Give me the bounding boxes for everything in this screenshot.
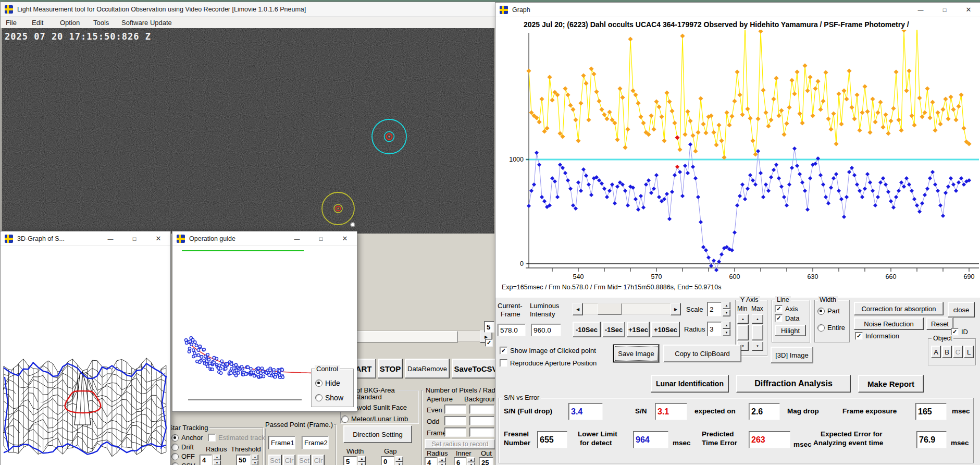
spin-up-button[interactable]: ▲ bbox=[395, 456, 403, 462]
video-frame[interactable] bbox=[2, 28, 494, 234]
3d-image-button[interactable]: [3D] Image bbox=[771, 347, 813, 363]
passed-frame2-field[interactable]: Frame2 bbox=[302, 436, 329, 449]
diffraction-analysis-button[interactable]: Diffraction Analysis bbox=[736, 375, 851, 393]
passed-clr1-button[interactable]: Clr bbox=[283, 455, 295, 465]
outer-radius-field[interactable]: 25 bbox=[479, 457, 493, 465]
set-radius-to-record-button[interactable]: Set radius to record bbox=[425, 439, 495, 449]
spin-down-button[interactable]: ▼ bbox=[438, 462, 446, 465]
guide-hide-radio[interactable]: Hide bbox=[315, 379, 340, 387]
correction-absorption-button[interactable]: Correction for absorption bbox=[854, 302, 944, 315]
minimize-icon[interactable]: — bbox=[287, 232, 307, 246]
main-titlebar[interactable]: Light Measurement tool for Occultation O… bbox=[1, 2, 495, 17]
passed-clr2-button[interactable]: Clr bbox=[312, 455, 325, 465]
width-part-radio[interactable]: Part bbox=[817, 307, 840, 315]
object-b-button[interactable]: B bbox=[942, 346, 952, 358]
menu-option[interactable]: Option bbox=[60, 19, 80, 27]
current-frame-field[interactable]: 578.0 bbox=[498, 324, 526, 336]
copy-to-clipboard-button[interactable]: Copy to ClipBoard bbox=[663, 345, 741, 362]
spin-down-button[interactable]: ▼ bbox=[358, 462, 366, 465]
tracking-threshold-field[interactable]: 50 bbox=[236, 455, 251, 465]
close-icon[interactable]: ✕ bbox=[335, 232, 355, 246]
frame-scrollbar-thumb[interactable] bbox=[598, 303, 622, 315]
menu-edit[interactable]: Edit bbox=[32, 19, 43, 27]
frame-exposure-field[interactable]: 165 bbox=[915, 403, 947, 420]
graph-radius-field[interactable]: 3 bbox=[707, 322, 722, 336]
noise-reduction-button[interactable]: Noise Reduction bbox=[854, 317, 924, 330]
spin-up-button[interactable]: ▲ bbox=[213, 455, 221, 460]
inner-radius-field[interactable]: 6 bbox=[454, 457, 466, 465]
bkg-meteor-limb-radio[interactable]: Meteor/Lunar Limb bbox=[341, 415, 408, 423]
tracking-anchor-radio[interactable]: Anchor bbox=[171, 434, 203, 442]
spin-down-button[interactable]: ▼ bbox=[395, 462, 403, 465]
gap-field[interactable]: 0 bbox=[381, 456, 394, 465]
data-checkbox[interactable]: ✓Data bbox=[775, 314, 799, 322]
3d-psf-mesh[interactable] bbox=[1, 247, 169, 465]
width-entire-radio[interactable]: Entire bbox=[817, 324, 845, 332]
tracking-drift-radio[interactable]: Drift bbox=[171, 443, 194, 451]
menu-file[interactable]: File bbox=[6, 19, 17, 27]
frame-scrollbar[interactable] bbox=[573, 303, 680, 314]
menu-tools[interactable]: Tools bbox=[93, 19, 109, 27]
save-to-csv-button[interactable]: SaveToCSV bbox=[452, 359, 500, 378]
estimated-track-checkbox[interactable]: Estimated track bbox=[208, 434, 265, 442]
spin-down-button[interactable]: ▼ bbox=[213, 460, 221, 465]
passed-set1-button[interactable]: Set bbox=[268, 455, 282, 465]
hilight-button[interactable]: Hilight bbox=[775, 325, 806, 336]
maximize-icon[interactable]: □ bbox=[311, 232, 331, 246]
maximize-icon[interactable]: □ bbox=[935, 3, 954, 17]
spin-down-button[interactable]: ▼ bbox=[723, 309, 730, 316]
guide-titlebar[interactable]: Operation guide — □ ✕ bbox=[172, 231, 357, 246]
3d-titlebar[interactable]: 3D-Graph of S... — □ ✕ bbox=[1, 231, 170, 246]
y-max-track[interactable] bbox=[752, 325, 763, 340]
edge-fragment-spin-field[interactable]: 5 bbox=[484, 321, 494, 333]
graph-titlebar[interactable]: Graph — □ ✕ bbox=[495, 3, 980, 17]
edge-fragment-checkbox[interactable]: ✓ bbox=[485, 339, 493, 347]
close-graph-button[interactable]: close bbox=[948, 302, 975, 317]
even-aperture-field[interactable] bbox=[444, 405, 466, 414]
expected-field[interactable]: 2.6 bbox=[749, 403, 780, 420]
aperture-radius-field[interactable]: 4 bbox=[425, 457, 437, 465]
guide-show-radio[interactable]: Show bbox=[315, 394, 343, 402]
expected-error-field[interactable]: 76.9 bbox=[916, 431, 947, 448]
spin-down-button[interactable]: ▼ bbox=[723, 329, 730, 336]
save-image-button[interactable]: Save Image bbox=[613, 345, 659, 362]
reset-button[interactable]: Reset bbox=[926, 317, 953, 330]
luminous-intensity-field[interactable]: 960.0 bbox=[531, 324, 561, 336]
even-background-field[interactable] bbox=[469, 405, 494, 414]
minus-10sec-button[interactable]: -10Sec bbox=[573, 322, 601, 337]
close-icon[interactable]: ✕ bbox=[148, 232, 168, 246]
spin-down-button[interactable]: ▼ bbox=[467, 462, 475, 465]
spin-up-button[interactable]: ▲ bbox=[723, 302, 730, 309]
scroll-left-icon[interactable]: ◀ bbox=[573, 303, 583, 315]
object-l-button[interactable]: L bbox=[964, 346, 974, 358]
show-image-checkbox[interactable]: ✓Show Image of Clicked point bbox=[500, 347, 596, 354]
minimize-icon[interactable]: — bbox=[911, 3, 931, 17]
information-checkbox[interactable]: ✓Information bbox=[855, 332, 899, 340]
y-min-track[interactable] bbox=[737, 325, 749, 340]
close-icon[interactable]: ✕ bbox=[959, 3, 978, 17]
spin-up-button[interactable]: ▲ bbox=[252, 455, 258, 460]
sn-field[interactable]: 3.1 bbox=[655, 403, 687, 420]
tracking-off-radio[interactable]: OFF bbox=[171, 452, 195, 460]
spin-up-button[interactable]: ▲ bbox=[752, 314, 763, 324]
passed-set2-button[interactable]: Set bbox=[297, 455, 311, 465]
object-c-button[interactable]: C bbox=[953, 346, 963, 358]
object-a-button[interactable]: A bbox=[931, 346, 941, 358]
spin-down-button[interactable]: ▼ bbox=[252, 460, 258, 465]
lunar-identification-button[interactable]: Lunar Identification bbox=[651, 375, 729, 393]
lower-limit-field[interactable]: 964 bbox=[633, 431, 668, 448]
spin-down-button[interactable]: ▼ bbox=[752, 341, 763, 351]
minimize-icon[interactable]: — bbox=[101, 232, 120, 246]
width-field[interactable]: 5 bbox=[343, 456, 357, 465]
passed-frame1-field[interactable]: Frame1 bbox=[268, 436, 295, 449]
predicted-error-field[interactable]: 263 bbox=[749, 431, 790, 448]
stop-button[interactable]: STOP bbox=[378, 359, 403, 378]
plus-10sec-button[interactable]: +10Sec bbox=[651, 322, 680, 337]
tracking-csv-radio[interactable]: CSV bbox=[171, 462, 195, 465]
minus-1sec-button[interactable]: -1Sec bbox=[602, 322, 625, 337]
light-curve-plot[interactable]: 54057060063066069001000 bbox=[495, 17, 980, 298]
odd-aperture-field[interactable] bbox=[444, 416, 466, 425]
fresnel-field[interactable]: 655 bbox=[537, 431, 567, 448]
plus-1sec-button[interactable]: +1Sec bbox=[627, 322, 650, 337]
axis-checkbox[interactable]: ✓Axis bbox=[775, 305, 798, 313]
